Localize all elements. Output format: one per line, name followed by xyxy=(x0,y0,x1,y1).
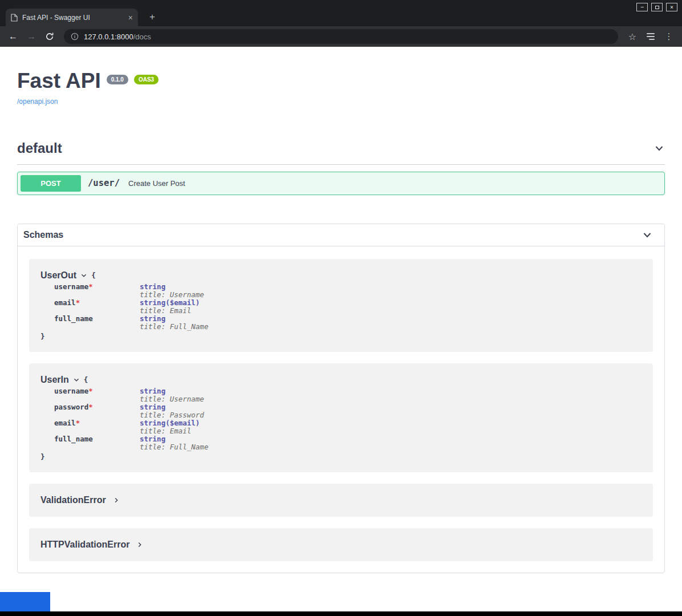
property-definition: string($email) title: Email xyxy=(140,419,200,435)
tag-section-default: default POST /user/ Create User Post xyxy=(17,135,665,195)
status-bubble xyxy=(0,592,50,611)
minimize-icon: − xyxy=(640,4,644,11)
bookmark-star-icon[interactable]: ☆ xyxy=(625,29,640,44)
property-row: username* string title: Username xyxy=(54,387,642,403)
property-row: email* string($email) title: Email xyxy=(54,419,642,435)
required-star: * xyxy=(88,282,93,291)
bottom-strip xyxy=(0,611,682,616)
chevron-down-icon[interactable] xyxy=(653,143,665,154)
property-definition: string($email) title: Email xyxy=(140,299,200,315)
browser-tab[interactable]: Fast API - Swagger UI × xyxy=(6,9,138,26)
new-tab-button[interactable]: + xyxy=(145,10,160,24)
property-name: username* xyxy=(54,283,140,299)
model-properties: username* string title: Username passwor… xyxy=(54,387,642,451)
property-title: title: Full_Name xyxy=(140,323,208,331)
property-definition: string title: Username xyxy=(140,283,204,299)
model-validationerror: ValidationError xyxy=(29,484,653,517)
property-type: string($email) xyxy=(140,299,200,307)
model-userout-toggle[interactable]: UserOut { xyxy=(40,270,642,281)
model-userout: UserOut { username* string title: Userna… xyxy=(29,259,653,352)
tab-close-icon[interactable]: × xyxy=(128,14,133,22)
property-type: string xyxy=(140,403,204,411)
schemas-section: Schemas UserOut { xyxy=(17,224,665,573)
browser-menu-icon[interactable]: ⋮ xyxy=(661,29,676,44)
api-info: Fast API 0.1.0 OAS3 xyxy=(17,70,665,93)
property-type: string xyxy=(140,435,208,443)
property-definition: string title: Full_Name xyxy=(140,315,208,331)
property-name: password* xyxy=(54,403,140,419)
site-info-icon[interactable] xyxy=(71,33,79,40)
model-name: UserOut xyxy=(40,270,76,281)
model-httpvalidationerror: HTTPValidationError xyxy=(29,528,653,561)
models-list: UserOut { username* string title: Userna… xyxy=(18,246,664,573)
url-path: /docs xyxy=(133,33,151,41)
close-button[interactable]: × xyxy=(666,3,677,11)
required-star: * xyxy=(88,387,93,395)
model-name: ValidationError xyxy=(40,495,106,505)
window-controls: − × xyxy=(636,3,677,11)
required-star: * xyxy=(76,298,80,307)
chevron-down-icon[interactable] xyxy=(642,229,653,241)
close-brace: } xyxy=(40,332,642,341)
property-name: username* xyxy=(54,387,140,403)
property-definition: string title: Username xyxy=(140,387,204,403)
back-button[interactable]: ← xyxy=(6,29,21,44)
property-name: full_name xyxy=(54,315,140,331)
property-row: password* string title: Password xyxy=(54,403,642,419)
property-row: email* string($email) title: Email xyxy=(54,299,642,315)
property-name: full_name xyxy=(54,435,140,451)
chevron-down-icon[interactable] xyxy=(73,376,80,383)
method-badge: POST xyxy=(21,175,81,192)
url-host: 127.0.0.1:8000 xyxy=(84,33,133,41)
endpoint-path: /user/ xyxy=(88,178,120,188)
property-title: title: Email xyxy=(140,307,200,315)
tag-header-default[interactable]: default xyxy=(17,135,665,165)
titlebar: Fast API - Swagger UI × + − × xyxy=(0,0,682,26)
openapi-spec-link[interactable]: /openapi.json xyxy=(17,98,58,106)
tag-title: default xyxy=(17,140,62,156)
minimize-button[interactable]: − xyxy=(636,3,648,11)
property-title: title: Username xyxy=(140,395,204,403)
maximize-icon xyxy=(655,6,659,9)
property-name: email* xyxy=(54,419,140,435)
schemas-header[interactable]: Schemas xyxy=(18,224,664,246)
schemas-heading: Schemas xyxy=(23,230,63,240)
chevron-down-icon[interactable] xyxy=(80,272,87,279)
property-name: email* xyxy=(54,299,140,315)
model-name: HTTPValidationError xyxy=(40,540,129,550)
model-userin-toggle[interactable]: UserIn { xyxy=(40,375,642,385)
required-star: * xyxy=(88,403,93,411)
required-star: * xyxy=(76,419,80,427)
reload-button[interactable] xyxy=(42,29,57,44)
page-file-icon xyxy=(11,14,18,22)
property-title: title: Password xyxy=(140,411,204,419)
property-type: string xyxy=(140,315,208,323)
open-brace: { xyxy=(84,375,88,384)
property-definition: string title: Password xyxy=(140,403,204,419)
model-name: UserIn xyxy=(40,375,69,385)
model-httpvalidationerror-toggle[interactable]: HTTPValidationError xyxy=(40,540,642,550)
endpoint-summary: Create User Post xyxy=(128,179,185,188)
swagger-page: Fast API 0.1.0 OAS3 /openapi.json defaul… xyxy=(0,47,682,592)
close-icon: × xyxy=(670,4,673,11)
forward-button[interactable]: → xyxy=(24,29,39,44)
model-validationerror-toggle[interactable]: ValidationError xyxy=(40,495,642,505)
property-row: username* string title: Username xyxy=(54,283,642,299)
url-text: 127.0.0.1:8000/docs xyxy=(84,33,151,41)
property-title: title: Full_Name xyxy=(140,443,208,451)
close-brace: } xyxy=(40,452,642,461)
open-brace: { xyxy=(91,271,96,279)
property-row: full_name string title: Full_Name xyxy=(54,315,642,331)
address-bar[interactable]: 127.0.0.1:8000/docs xyxy=(64,29,618,44)
chevron-right-icon[interactable] xyxy=(113,497,120,504)
maximize-button[interactable] xyxy=(651,3,663,11)
tab-title: Fast API - Swagger UI xyxy=(22,14,124,22)
oas3-badge: OAS3 xyxy=(134,75,159,84)
endpoint-post-user[interactable]: POST /user/ Create User Post xyxy=(17,172,665,195)
model-properties: username* string title: Username email* … xyxy=(54,283,642,331)
browser-chrome: Fast API - Swagger UI × + − × ← → xyxy=(0,0,682,47)
version-badge: 0.1.0 xyxy=(107,75,128,84)
chevron-right-icon[interactable] xyxy=(136,541,143,548)
reading-list-icon[interactable] xyxy=(643,29,658,44)
property-definition: string title: Full_Name xyxy=(140,435,208,451)
